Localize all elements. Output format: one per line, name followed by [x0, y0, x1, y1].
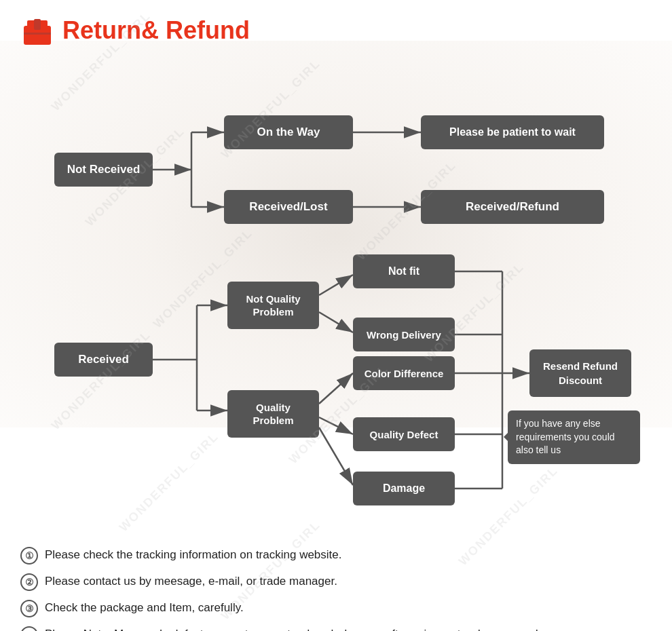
note-item-1: ① Please check the tracking information … — [20, 546, 652, 565]
received-lost-node: Received/Lost — [224, 190, 353, 224]
note-text-2: Please contact us by meesage, e-mail, or… — [45, 573, 652, 590]
note-item-3: ③ Check the package and Item, carefully. — [20, 599, 652, 617]
note-circle-3: ③ — [20, 600, 38, 617]
note-circle-2: ② — [20, 573, 38, 591]
note-text-3: Check the package and Item, carefully. — [45, 599, 652, 617]
resend-refund-discount-node: Resend Refund Discount — [529, 349, 631, 397]
tooltip-bubble: If you have any else requirements you co… — [508, 410, 640, 464]
svg-line-21 — [319, 427, 353, 485]
please-be-patient-node: Please be patient to wait — [421, 115, 604, 149]
flowchart: Not Received On the Way Please be patien… — [20, 64, 658, 526]
footer-notes: ① Please check the tracking information … — [0, 546, 672, 631]
note-item-4: ④ Please Note: Men made defects are not … — [20, 626, 652, 631]
package-icon — [20, 14, 54, 47]
svg-line-19 — [319, 373, 353, 404]
svg-line-20 — [319, 417, 353, 434]
note-text-4: Please Note: Men made defects are not gu… — [45, 626, 652, 631]
not-quality-problem-node: Not Quality Problem — [227, 282, 319, 329]
note-circle-1: ① — [20, 547, 38, 565]
not-received-node: Not Received — [54, 153, 153, 187]
svg-line-18 — [319, 312, 353, 332]
quality-defect-node: Quality Defect — [353, 417, 455, 451]
note-circle-4: ④ — [20, 626, 38, 631]
note-item-2: ② Please contact us by meesage, e-mail, … — [20, 573, 652, 591]
color-difference-node: Color Difference — [353, 356, 455, 390]
page-title: Return& Refund — [62, 16, 250, 45]
received-refund-node: Received/Refund — [421, 190, 604, 224]
on-the-way-node: On the Way — [224, 115, 353, 149]
wrong-delivery-node: Wrong Delivery — [353, 318, 455, 351]
note-text-1: Please check the tracking information on… — [45, 546, 652, 564]
received-node: Received — [54, 343, 153, 377]
svg-rect-3 — [24, 33, 51, 35]
quality-problem-node: Quality Problem — [227, 390, 319, 438]
svg-rect-2 — [34, 19, 41, 30]
page-header: Return& Refund — [20, 14, 652, 47]
svg-line-17 — [319, 275, 353, 295]
damage-node: Damage — [353, 472, 455, 505]
not-fit-node: Not fit — [353, 254, 455, 288]
